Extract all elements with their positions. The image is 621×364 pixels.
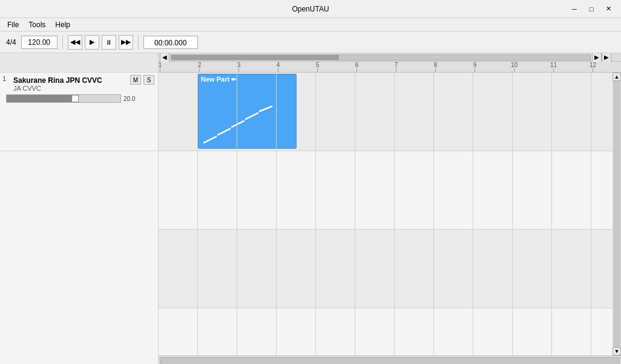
- nav-left-button[interactable]: ◀: [160, 53, 169, 62]
- grid-vscroll-container: New Part ✏: [159, 73, 621, 356]
- part-title: New Part ✏: [199, 74, 296, 84]
- tempo-input[interactable]: [21, 36, 58, 49]
- ruler-mark: 12: [593, 68, 593, 72]
- grid-row-2: [159, 151, 621, 230]
- grid-area[interactable]: New Part ✏: [159, 73, 621, 356]
- pencil-icon: ✏: [231, 76, 236, 83]
- ruler-mark: 5: [317, 68, 318, 72]
- time-display: 00:00.000: [143, 36, 198, 49]
- part-block[interactable]: New Part ✏: [198, 74, 297, 149]
- play-button[interactable]: ▶: [85, 35, 99, 50]
- hscroll-track[interactable]: [171, 54, 591, 60]
- rewind-button[interactable]: ◀◀: [68, 35, 82, 50]
- hscroll-bottom-track[interactable]: [160, 357, 620, 363]
- menu-bar: File Tools Help: [0, 18, 621, 31]
- menu-file[interactable]: File: [2, 19, 24, 30]
- window-controls: ─ □ ✕: [567, 3, 616, 15]
- ruler-mark: 4: [278, 68, 278, 72]
- grid-row-3: [159, 230, 621, 308]
- solo-button[interactable]: S: [143, 75, 154, 85]
- track-volume-value: 20.0: [123, 96, 135, 102]
- menu-help[interactable]: Help: [50, 19, 75, 30]
- track-row: 1 M S Sakurane Rina JPN CVVC JA CVVC 20.…: [0, 73, 158, 151]
- ruler-mark: 8: [435, 68, 436, 72]
- svg-line-3: [246, 113, 258, 119]
- time-signature-label: 4/4: [4, 38, 19, 47]
- menu-tools[interactable]: Tools: [24, 19, 50, 30]
- vscroll-up-button[interactable]: ▲: [613, 73, 621, 81]
- part-label: New Part: [201, 76, 229, 83]
- slider-fill: [7, 95, 75, 102]
- ruler-mark: 7: [396, 68, 396, 72]
- track-number: 1: [2, 75, 6, 82]
- track-panel-header: [0, 53, 158, 73]
- svg-line-1: [218, 129, 230, 135]
- hscroll-thumb: [171, 55, 339, 60]
- nav-up-right-button[interactable]: ▶: [602, 53, 611, 62]
- title-bar: OpenUTAU ─ □ ✕: [0, 0, 621, 18]
- ruler-mark: 1: [160, 68, 160, 72]
- toolbar: 4/4 ◀◀ ▶ ⏸ ▶▶ 00:00.000: [0, 31, 621, 53]
- grid-row-4: [159, 308, 621, 356]
- ruler-mark: 2: [199, 68, 200, 72]
- track-empty-space: [0, 151, 158, 364]
- toolbar-separator-2: [138, 35, 139, 50]
- track-volume-slider[interactable]: [6, 94, 121, 103]
- ruler-mark: 10: [514, 68, 514, 72]
- track-controls: M S: [130, 75, 154, 85]
- slider-thumb[interactable]: [71, 95, 79, 102]
- fast-forward-button[interactable]: ▶▶: [119, 35, 133, 50]
- maximize-button[interactable]: □: [583, 3, 599, 15]
- main-area: 1 M S Sakurane Rina JPN CVVC JA CVVC 20.…: [0, 53, 621, 364]
- arrange-panel: ◀ ▶ ▶ 12345678910111213 New Part: [159, 53, 621, 364]
- ruler: 12345678910111213: [159, 62, 621, 73]
- close-button[interactable]: ✕: [600, 3, 616, 15]
- pause-button[interactable]: ⏸: [102, 35, 116, 50]
- track-volume-row: 20.0: [6, 94, 154, 103]
- vscroll-track[interactable]: [613, 81, 620, 347]
- minimize-button[interactable]: ─: [567, 3, 582, 15]
- svg-line-2: [232, 121, 244, 127]
- ruler-mark: 9: [475, 68, 475, 72]
- vscroll: ▲ ▼: [613, 73, 621, 356]
- window-title: OpenUTAU: [292, 5, 329, 13]
- mute-button[interactable]: M: [130, 75, 141, 85]
- nav-right-button[interactable]: ▶: [592, 53, 602, 62]
- grid-row-1: New Part ✏: [159, 73, 621, 151]
- svg-line-0: [204, 137, 216, 143]
- hscroll-bottom: [159, 356, 621, 364]
- toolbar-separator-1: [62, 35, 63, 50]
- part-notes-svg: [201, 103, 295, 146]
- ruler-mark: 3: [238, 68, 239, 72]
- track-panel: 1 M S Sakurane Rina JPN CVVC JA CVVC 20.…: [0, 53, 159, 364]
- vscroll-down-button[interactable]: ▼: [613, 347, 621, 356]
- top-scrollbar-row: ◀ ▶ ▶: [159, 53, 621, 62]
- ruler-mark: 6: [356, 68, 357, 72]
- ruler-mark: 11: [553, 68, 554, 72]
- track-subname: JA CVVC: [13, 85, 154, 92]
- svg-line-4: [260, 106, 272, 111]
